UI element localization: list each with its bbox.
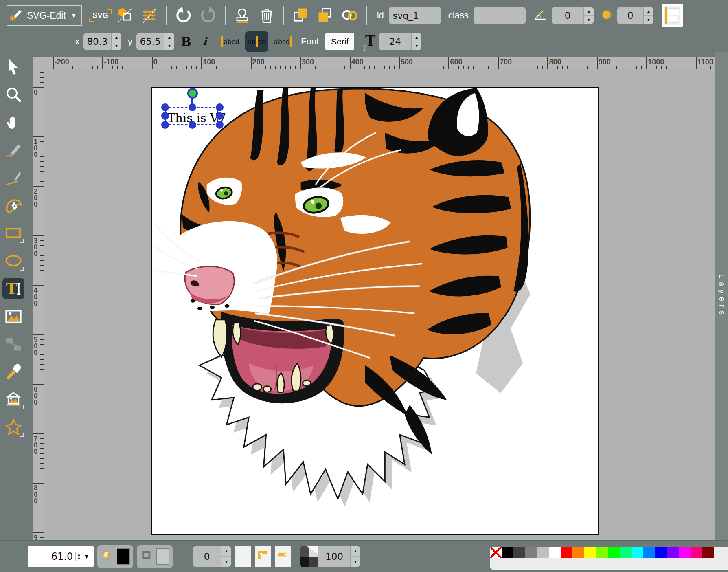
font-size-down-button[interactable]: ▼	[412, 42, 421, 51]
palette-swatch-0000ff[interactable]	[655, 547, 667, 558]
palette-swatch-ff00ff[interactable]	[679, 547, 691, 558]
blur-input[interactable]: 0	[617, 7, 643, 24]
stroke-width-down-button[interactable]: ▼	[221, 557, 231, 567]
angle-input[interactable]: 0	[552, 7, 583, 24]
tool-pencil[interactable]	[2, 139, 24, 161]
palette-swatch-bfbfbf[interactable]	[537, 547, 549, 558]
palette-swatch-ff0000[interactable]	[561, 547, 572, 558]
y-down-button[interactable]: ▼	[164, 42, 174, 51]
stroke-color-swatch[interactable]	[156, 548, 169, 565]
angle-down-button[interactable]: ▼	[584, 16, 594, 24]
resize-handle-sw[interactable]	[161, 121, 169, 129]
y-up-button[interactable]: ▲	[164, 33, 174, 42]
tool-library[interactable]	[2, 389, 24, 410]
palette-swatch-ffff00[interactable]	[584, 547, 596, 558]
resize-handle-e[interactable]	[216, 112, 224, 120]
palette-swatch-7f7f7f[interactable]	[525, 547, 537, 558]
make-link-button[interactable]	[340, 5, 360, 26]
tool-rect[interactable]	[2, 222, 24, 244]
x-input[interactable]: 80.3	[83, 33, 111, 50]
palette-swatch-7f00ff[interactable]	[667, 547, 679, 558]
stroke-width-input[interactable]: 0	[193, 546, 221, 567]
svg-edit-app: SVG-Edit ▼ SVG	[0, 0, 728, 572]
palette-swatch-none[interactable]	[490, 547, 502, 558]
tool-text[interactable]: T	[2, 278, 24, 299]
text-anchor-start-button[interactable]: abcd	[219, 32, 242, 51]
tool-path[interactable]	[2, 195, 24, 216]
class-input[interactable]	[474, 7, 526, 24]
opacity-up-button[interactable]: ▲	[351, 546, 360, 557]
font-size-up-button[interactable]: ▲	[412, 33, 421, 42]
text-anchor-middle-button[interactable]: ab cd	[245, 31, 268, 52]
opacity-checker-icon	[300, 546, 318, 567]
angle-up-button[interactable]: ▲	[584, 7, 594, 16]
resize-handle-n[interactable]	[189, 103, 196, 111]
move-to-bottom-button[interactable]	[315, 5, 335, 26]
layers-panel-toggle[interactable]: Layers	[715, 52, 728, 540]
resize-handle-w[interactable]	[161, 112, 169, 120]
redo-button[interactable]	[198, 5, 218, 26]
resize-handle-se[interactable]	[216, 121, 224, 129]
clone-button[interactable]	[232, 5, 252, 26]
tool-pan[interactable]	[2, 112, 24, 133]
x-up-button[interactable]: ▲	[112, 33, 121, 42]
zoom-input[interactable]: 61.0	[30, 551, 75, 562]
zoom-stepper[interactable]: ▲▼	[75, 552, 82, 561]
tool-line[interactable]	[2, 167, 24, 189]
wireframe-button[interactable]	[115, 5, 135, 26]
delete-button[interactable]	[257, 5, 277, 26]
fill-color-control[interactable]	[97, 545, 133, 568]
blur-down-button[interactable]: ▼	[644, 16, 653, 24]
opacity-input[interactable]: 100	[318, 546, 350, 567]
tool-image[interactable]	[2, 306, 24, 327]
resize-handle-nw[interactable]	[161, 103, 169, 111]
opacity-down-button[interactable]: ▼	[351, 557, 360, 567]
palette-swatch-ff007f[interactable]	[691, 547, 702, 558]
undo-button[interactable]	[173, 5, 194, 26]
palette-swatch-000000[interactable]	[502, 547, 513, 558]
tool-ellipse[interactable]	[2, 250, 24, 272]
y-input[interactable]: 65.5	[136, 33, 164, 50]
grid-button[interactable]	[139, 5, 160, 26]
id-input[interactable]	[389, 7, 441, 24]
linejoin-button[interactable]	[255, 546, 271, 567]
font-size-input[interactable]: 24	[379, 33, 411, 50]
tool-zoom[interactable]	[2, 84, 24, 106]
text-anchor-end-button[interactable]: abcd	[272, 32, 294, 51]
tool-select[interactable]	[2, 56, 24, 78]
palette-swatch-3f3f3f[interactable]	[513, 547, 525, 558]
source-editor-button[interactable]: SVG	[90, 5, 111, 26]
workspace[interactable]: This is V7	[44, 69, 715, 540]
rotate-grip[interactable]	[187, 88, 198, 99]
palette-swatch-00ff7f[interactable]	[620, 547, 632, 558]
stroke-color-control[interactable]	[137, 545, 173, 568]
palette-swatch-007fff[interactable]	[643, 547, 655, 558]
palette-swatch-00ff00[interactable]	[608, 547, 620, 558]
svg-text:T: T	[6, 279, 17, 297]
class-label: class	[448, 10, 469, 21]
resize-handle-s[interactable]	[189, 121, 196, 129]
stroke-style-button[interactable]: —	[235, 546, 251, 567]
palette-swatch-7fff00[interactable]	[596, 547, 608, 558]
move-to-top-button[interactable]	[291, 5, 311, 26]
main-menu-button[interactable]: SVG-Edit ▼	[7, 5, 82, 26]
tool-star[interactable]	[2, 416, 24, 438]
align-dropdown-button[interactable]	[662, 4, 683, 27]
tool-eyedropper[interactable]	[2, 361, 24, 383]
zoom-dropdown-icon[interactable]: ▼	[82, 553, 91, 560]
bold-button[interactable]: B	[178, 34, 195, 49]
palette-swatch-ffffff[interactable]	[549, 547, 561, 558]
fill-color-swatch[interactable]	[117, 548, 130, 565]
palette-swatch-7f0000[interactable]	[702, 547, 714, 558]
y-label: y	[128, 36, 132, 47]
palette-swatch-00ffff[interactable]	[632, 547, 643, 558]
resize-handle-ne[interactable]	[216, 103, 224, 111]
font-family-button[interactable]: Serif	[325, 33, 354, 50]
linecap-button[interactable]	[275, 546, 291, 567]
x-down-button[interactable]: ▼	[112, 42, 121, 51]
drawing-canvas[interactable]: This is V7	[151, 87, 599, 535]
stroke-width-up-button[interactable]: ▲	[221, 546, 231, 557]
italic-button[interactable]: i	[198, 35, 212, 48]
blur-up-button[interactable]: ▲	[644, 7, 653, 16]
palette-swatch-ff7f00[interactable]	[572, 547, 584, 558]
